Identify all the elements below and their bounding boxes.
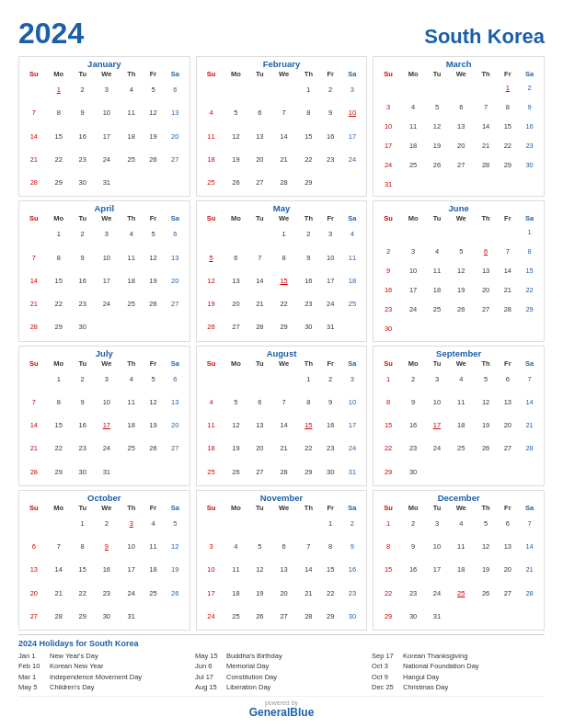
calendar-day: 20 <box>22 582 46 605</box>
calendar-day: 24 <box>200 605 224 628</box>
calendar-day: 1 <box>46 222 72 245</box>
calendar-day <box>297 512 320 535</box>
calendar-day: 23 <box>72 437 93 460</box>
calendar-day: 12 <box>448 261 475 280</box>
calendar-day: 13 <box>164 101 187 124</box>
calendar-day: 28 <box>46 605 72 628</box>
calendar-day: 21 <box>22 437 46 460</box>
calendar-day: 10 <box>93 246 120 269</box>
calendar-day: 19 <box>200 292 224 315</box>
calendar-day: 11 <box>341 246 364 269</box>
calendar-day <box>448 605 475 628</box>
calendar-day: 3 <box>341 368 364 391</box>
calendar-day: 3 <box>200 535 224 558</box>
calendar-day: 8 <box>518 242 541 261</box>
calendar-day: 19 <box>448 280 475 300</box>
calendar-day: 8 <box>376 391 400 414</box>
holiday-date: Dec 25 <box>372 682 399 692</box>
month-name: November <box>200 493 364 503</box>
calendar-day: 24 <box>341 148 364 171</box>
calendar-day: 28 <box>475 155 498 175</box>
calendar-day: 20 <box>448 136 475 155</box>
calendar-day: 7 <box>475 97 498 117</box>
calendar-day <box>426 175 447 194</box>
calendar-day: 12 <box>164 535 187 558</box>
calendar-day: 9 <box>376 261 400 280</box>
calendar-day: 15 <box>297 414 320 437</box>
calendar-day: 17 <box>320 269 341 292</box>
calendar-day: 20 <box>164 414 187 437</box>
calendar-day: 14 <box>22 269 46 292</box>
calendar-day: 2 <box>93 512 120 535</box>
calendar-day: 19 <box>475 414 498 437</box>
calendar-day: 18 <box>341 269 364 292</box>
holiday-date: Aug 15 <box>195 682 223 692</box>
calendar-day: 10 <box>341 101 364 124</box>
holiday-name: Constitution Day <box>226 672 277 682</box>
calendar-day <box>320 171 341 194</box>
calendar-day: 1 <box>297 78 320 101</box>
calendar-day: 21 <box>497 280 518 300</box>
calendar-day: 3 <box>426 512 447 535</box>
calendar-day <box>22 512 46 535</box>
calendar-day <box>200 368 224 391</box>
holiday-date: Feb 10 <box>18 661 46 671</box>
calendar-day: 11 <box>120 246 143 269</box>
calendar-day: 8 <box>297 391 320 414</box>
calendar-day <box>120 315 143 338</box>
calendar-day: 17 <box>93 125 120 148</box>
calendar-day: 8 <box>320 535 341 558</box>
calendar-day: 13 <box>497 535 518 558</box>
calendar-day: 2 <box>72 78 93 101</box>
calendar-day <box>46 512 72 535</box>
calendar-day: 30 <box>297 315 320 338</box>
calendar-day: 21 <box>249 292 270 315</box>
calendar-day: 20 <box>164 269 187 292</box>
calendar-day: 3 <box>93 78 120 101</box>
calendar-day <box>223 512 248 535</box>
list-item: Jun 6Memorial Day <box>195 661 368 671</box>
calendar-day <box>475 222 498 242</box>
calendar-day: 3 <box>93 368 120 391</box>
holiday-name: Christmas Day <box>403 682 448 692</box>
calendar-day: 20 <box>497 558 518 581</box>
calendar-day: 5 <box>143 78 164 101</box>
calendar-day <box>497 319 518 338</box>
list-item: May 15Buddha's Birthday <box>195 651 368 661</box>
calendar-day: 29 <box>270 315 297 338</box>
calendar-day: 25 <box>341 292 364 315</box>
calendar-day: 28 <box>22 171 46 194</box>
calendar-day: 25 <box>448 582 475 605</box>
calendar-day: 30 <box>400 461 426 483</box>
calendar-day: 23 <box>400 582 426 605</box>
month-name: March <box>376 59 541 69</box>
calendar-day: 17 <box>426 558 447 581</box>
holiday-date: Jan 1 <box>18 651 46 661</box>
calendar-day: 3 <box>120 512 143 535</box>
calendar-day: 6 <box>497 368 518 391</box>
calendar-day: 27 <box>497 437 518 460</box>
calendar-day: 10 <box>426 535 447 558</box>
calendar-day <box>475 319 498 338</box>
calendar-day: 24 <box>120 582 143 605</box>
calendar-day: 29 <box>297 461 320 483</box>
calendar-day: 26 <box>475 437 498 460</box>
calendar-day: 11 <box>143 535 164 558</box>
month-name: July <box>22 348 187 358</box>
holidays-grid: Jan 1New Year's DayFeb 10Korean New Year… <box>18 651 545 692</box>
calendar-day <box>270 78 297 101</box>
calendar-day: 28 <box>297 605 320 628</box>
calendar-day: 12 <box>223 414 248 437</box>
calendar-day: 30 <box>341 605 364 628</box>
country-title: South Korea <box>424 25 545 49</box>
list-item: Jan 1New Year's Day <box>18 651 191 661</box>
calendar-day: 15 <box>518 261 541 280</box>
calendar-day: 27 <box>164 437 187 460</box>
list-item: Oct 9Hangul Day <box>372 672 545 682</box>
calendar-day: 22 <box>297 437 320 460</box>
month-name: May <box>200 203 364 213</box>
calendar-day: 16 <box>72 125 93 148</box>
list-item: Aug 15Liberation Day <box>195 682 368 692</box>
calendar-day: 4 <box>120 78 143 101</box>
calendar-day: 8 <box>497 97 518 117</box>
